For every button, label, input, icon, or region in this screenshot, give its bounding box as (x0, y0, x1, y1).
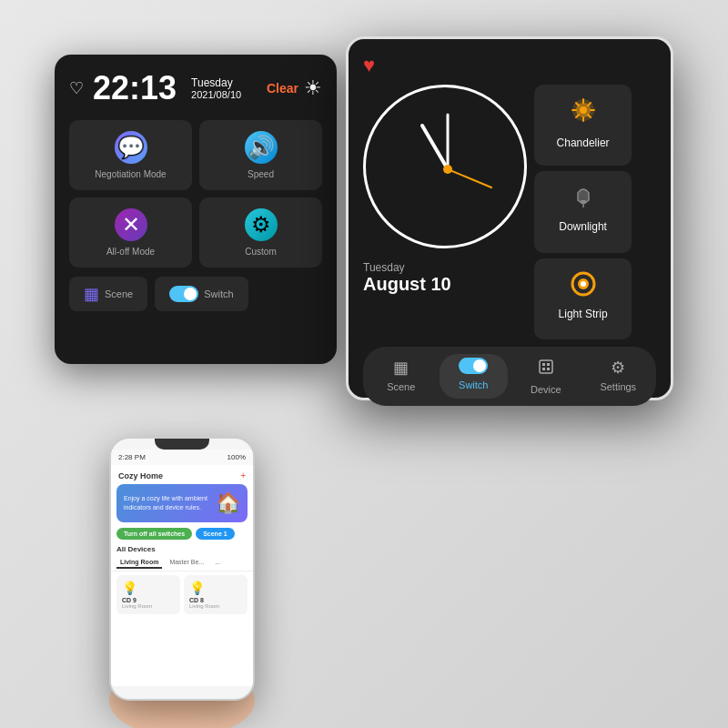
phone-tab-more[interactable]: ... (211, 557, 224, 569)
svg-line-2 (448, 169, 491, 187)
phone-device-icon-cd9: 💡 (122, 581, 175, 595)
phone-hero-banner: Enjoy a cozy life with ambient indicator… (116, 484, 248, 522)
turn-off-btn[interactable]: Turn off all switches (116, 528, 192, 540)
phone-device-room-cd8: Living Room (189, 603, 242, 609)
phone-screen: 2:28 PM 100% Cozy Home + Enjoy a cozy li… (111, 450, 253, 686)
phone: 2:28 PM 100% Cozy Home + Enjoy a cozy li… (109, 437, 255, 701)
phone-tabs-row: Living Room Master Be... ... (111, 555, 253, 571)
phone-actions: Turn off all switches Scene 1 (111, 522, 253, 543)
custom-card[interactable]: ⚙ Custom (199, 197, 322, 268)
clock-svg (366, 87, 530, 251)
back-weather-icon: ☀ (304, 76, 322, 100)
chandelier-label: Chandelier (557, 136, 610, 149)
phone-battery: 100% (228, 453, 246, 461)
device-buttons: Chandelier Downlight (534, 85, 632, 339)
back-time: 22:13 (93, 69, 177, 107)
tab-device[interactable]: Device (511, 354, 581, 399)
back-toggle-icon (169, 286, 198, 302)
back-date: 2021/08/10 (191, 89, 241, 100)
back-switch-btn[interactable]: Switch (155, 277, 248, 311)
back-weather: Clear ☀ (267, 76, 322, 100)
front-top: ♥ (363, 54, 656, 77)
speed-icon: 🔊 (245, 131, 278, 164)
negotiation-mode-card[interactable]: 💬 Negotiation Mode (69, 120, 192, 190)
phone-device-card-cd8[interactable]: 💡 CD 8 Living Room (184, 575, 248, 614)
alloff-label: All-off Mode (106, 247, 155, 257)
back-date-col: Tuesday 2021/08/10 (191, 76, 241, 100)
front-content: Tuesday August 10 Chandelier (363, 85, 656, 339)
back-weather-label: Clear (267, 81, 298, 96)
switch-tab-label: Switch (459, 379, 488, 390)
svg-rect-16 (547, 368, 550, 370)
phone-device-room-cd9: Living Room (122, 603, 175, 609)
svg-rect-13 (542, 363, 545, 366)
svg-line-0 (422, 126, 448, 169)
clock-container (363, 85, 527, 248)
negotiation-label: Negotiation Mode (95, 169, 166, 179)
custom-label: Custom (245, 247, 276, 257)
device-tab-label: Device (531, 384, 561, 395)
lightstrip-label: Light Strip (559, 308, 608, 320)
phone-notch (155, 439, 209, 450)
scene1-btn[interactable]: Scene 1 (196, 528, 234, 540)
phone-app-title: Cozy Home (118, 471, 163, 480)
custom-icon: ⚙ (245, 208, 278, 241)
back-scene-label: Scene (105, 288, 133, 299)
tab-scene[interactable]: ▦ Scene (367, 354, 436, 399)
front-heart-icon: ♥ (363, 54, 375, 77)
back-header: ♡ 22:13 Tuesday 2021/08/10 Clear ☀ (69, 69, 322, 107)
phone-section-title: All Devices (111, 543, 253, 555)
speed-label: Speed (248, 169, 274, 179)
back-mode-grid: 💬 Negotiation Mode 🔊 Speed ✕ All-off Mod… (69, 120, 322, 268)
phone-device-name-cd9: CD 9 (122, 597, 175, 603)
downlight-icon (569, 182, 598, 215)
phone-device-card-cd9[interactable]: 💡 CD 9 Living Room (116, 575, 180, 614)
settings-tab-icon: ⚙ (611, 358, 625, 378)
downlight-label: Downlight (559, 220, 607, 233)
scene-tab-icon: ▦ (393, 358, 409, 378)
clock-date: Tuesday August 10 (363, 256, 527, 300)
svg-rect-12 (540, 360, 552, 373)
phone-device-icon-cd8: 💡 (189, 581, 242, 595)
tab-settings[interactable]: ⚙ Settings (584, 354, 653, 399)
lightstrip-btn[interactable]: Light Strip (534, 258, 632, 339)
back-switch-label: Switch (204, 288, 233, 299)
phone-tab-master[interactable]: Master Be... (166, 557, 207, 569)
back-weekday: Tuesday (191, 76, 241, 89)
front-tabs: ▦ Scene Switch Device ⚙ Setting (363, 347, 656, 406)
chandelier-btn[interactable]: Chandelier (534, 85, 632, 166)
phone-device-name-cd8: CD 8 (189, 597, 242, 603)
alloff-card[interactable]: ✕ All-off Mode (69, 197, 192, 268)
switch-tab-icon (459, 358, 488, 374)
back-heart-icon: ♡ (69, 78, 84, 98)
phone-status-bar: 2:28 PM 100% (111, 450, 253, 465)
svg-point-6 (580, 106, 587, 114)
back-scene-icon: ▦ (84, 284, 99, 304)
back-bottom-bar: ▦ Scene Switch (69, 277, 322, 311)
phone-hero-text: Enjoy a cozy life with ambient indicator… (124, 494, 210, 512)
phone-tab-living[interactable]: Living Room (116, 557, 162, 569)
svg-rect-15 (542, 368, 545, 370)
device-tab-icon (537, 358, 555, 380)
back-scene-btn[interactable]: ▦ Scene (69, 277, 147, 311)
scene-tab-label: Scene (387, 381, 415, 392)
svg-rect-14 (547, 363, 550, 366)
front-device: ♥ Tuesday (346, 36, 673, 400)
negotiation-icon: 💬 (115, 131, 147, 164)
downlight-btn[interactable]: Downlight (534, 171, 632, 252)
chandelier-icon (569, 96, 598, 131)
clock-day: August 10 (363, 274, 527, 295)
phone-hero-icon: 🏠 (216, 491, 240, 515)
svg-point-3 (443, 165, 452, 174)
tab-switch[interactable]: Switch (440, 354, 509, 399)
clock-section: Tuesday August 10 (363, 85, 527, 339)
alloff-icon: ✕ (115, 208, 147, 241)
phone-header: Cozy Home + (111, 465, 253, 484)
lightstrip-icon (569, 269, 598, 302)
svg-point-11 (581, 281, 586, 287)
back-device: ♡ 22:13 Tuesday 2021/08/10 Clear ☀ 💬 Neg… (55, 55, 337, 364)
speed-card[interactable]: 🔊 Speed (199, 120, 322, 190)
settings-tab-label: Settings (600, 381, 636, 392)
phone-notif-badge: + (240, 470, 246, 480)
svg-rect-7 (581, 200, 586, 204)
